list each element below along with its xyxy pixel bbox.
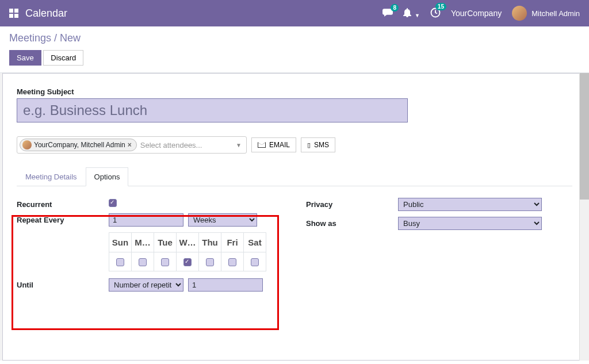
showas-select[interactable]: Busy — [398, 217, 542, 230]
tag-remove-icon[interactable]: × — [128, 141, 132, 149]
repeat-label: Repeat Every — [17, 213, 109, 224]
caret-down-icon[interactable]: ▼ — [236, 142, 244, 148]
breadcrumb-parent[interactable]: Meetings — [9, 32, 51, 44]
privacy-label: Privacy — [306, 198, 398, 209]
recurrent-label: Recurrent — [17, 198, 109, 209]
repeat-interval-input[interactable] — [109, 213, 183, 227]
day-header-sat: Sat — [244, 233, 266, 252]
day-header-mon: M… — [132, 233, 154, 252]
subject-input[interactable] — [17, 98, 408, 122]
apps-icon[interactable] — [9, 9, 18, 18]
discard-button[interactable]: Discard — [43, 50, 83, 66]
attendee-tag-label: YourCompany, Mitchell Admin — [34, 141, 125, 149]
save-button[interactable]: Save — [9, 50, 41, 66]
options-left-col: Recurrent Repeat Every Weeks — [17, 198, 283, 296]
day-header-wed: W… — [177, 233, 199, 252]
showas-row: Show as Busy — [306, 217, 572, 230]
app-title[interactable]: Calendar — [25, 7, 67, 20]
privacy-row: Privacy Public — [306, 198, 572, 211]
avatar — [512, 6, 527, 21]
tabs: Meeting Details Options — [17, 167, 572, 186]
user-name: Mitchell Admin — [531, 9, 580, 18]
form-sheet-bg: Meeting Subject YourCompany, Mitchell Ad… — [0, 73, 589, 361]
recurrent-row: Recurrent — [17, 198, 283, 209]
form-sheet: Meeting Subject YourCompany, Mitchell Ad… — [2, 73, 587, 361]
tab-options[interactable]: Options — [86, 167, 129, 186]
privacy-select[interactable]: Public — [398, 198, 542, 211]
activities-icon[interactable]: 15 — [430, 7, 441, 20]
control-panel: Meetings / New Save Discard — [0, 26, 589, 73]
subject-label: Meeting Subject — [17, 87, 572, 96]
day-wed-checkbox[interactable] — [183, 258, 192, 266]
options-body: Recurrent Repeat Every Weeks — [17, 186, 572, 296]
breadcrumb-current: New — [60, 32, 81, 44]
nav-left: Calendar — [9, 7, 67, 20]
attendees-input[interactable]: YourCompany, Mitchell Admin × Select att… — [17, 136, 247, 154]
messages-icon[interactable]: 8 — [383, 9, 393, 18]
envelope-icon — [258, 142, 266, 148]
repeat-unit-select[interactable]: Weeks — [188, 213, 257, 227]
weekdays-table: Sun M… Tue W… Thu Fri Sat — [109, 232, 266, 271]
nav-right: 8 ▼ 15 YourCompany Mitchell Admin — [383, 6, 580, 21]
day-header-sun: Sun — [109, 233, 132, 252]
until-value-input[interactable] — [188, 278, 263, 292]
mobile-icon: ▯ — [307, 141, 311, 149]
activities-badge: 15 — [435, 3, 446, 10]
email-button[interactable]: EMAIL — [251, 137, 296, 152]
tab-meeting-details[interactable]: Meeting Details — [17, 167, 86, 186]
repeat-row: Repeat Every Weeks Sun M… — [17, 213, 283, 271]
attendees-placeholder: Select attendees... — [137, 141, 202, 150]
scrollbar[interactable] — [579, 73, 589, 361]
day-tue-checkbox[interactable] — [161, 258, 169, 266]
caret-down-icon: ▼ — [415, 13, 420, 18]
day-sun-checkbox[interactable] — [116, 258, 124, 266]
sms-button[interactable]: ▯ SMS — [301, 137, 335, 152]
navbar: Calendar 8 ▼ 15 YourCompany Mitchell Adm… — [0, 0, 589, 26]
day-header-tue: Tue — [154, 233, 177, 252]
showas-label: Show as — [306, 217, 398, 228]
recurrent-checkbox[interactable] — [109, 199, 117, 207]
messages-badge: 8 — [391, 4, 399, 12]
day-thu-checkbox[interactable] — [206, 258, 214, 266]
until-type-select[interactable]: Number of repetitions — [109, 278, 183, 292]
options-right-col: Privacy Public Show as Busy — [306, 198, 572, 296]
bell-icon[interactable]: ▼ — [403, 8, 420, 19]
day-sat-checkbox[interactable] — [251, 258, 259, 266]
attendee-tag: YourCompany, Mitchell Admin × — [20, 139, 137, 151]
user-menu[interactable]: Mitchell Admin — [512, 6, 580, 21]
day-header-thu: Thu — [199, 233, 221, 252]
attendees-row: YourCompany, Mitchell Admin × Select att… — [17, 136, 572, 154]
avatar-icon — [22, 140, 32, 150]
day-mon-checkbox[interactable] — [139, 258, 147, 266]
scrollbar-thumb[interactable] — [580, 73, 589, 200]
day-header-fri: Fri — [221, 233, 244, 252]
breadcrumb: Meetings / New — [9, 32, 580, 44]
until-row: Until Number of repetitions — [17, 278, 283, 292]
day-fri-checkbox[interactable] — [228, 258, 236, 266]
until-label: Until — [17, 278, 109, 289]
company-name[interactable]: YourCompany — [451, 9, 502, 18]
